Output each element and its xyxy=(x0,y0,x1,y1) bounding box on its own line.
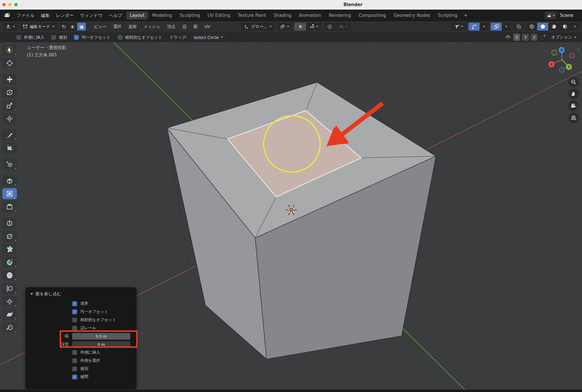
tool-knife-button[interactable] xyxy=(2,231,17,242)
gizmo-dropdown[interactable] xyxy=(480,23,489,31)
checkbox[interactable] xyxy=(72,326,77,331)
tab-animation[interactable]: Animation xyxy=(295,11,324,19)
setting-even-offset[interactable]: 均一オフセット xyxy=(74,35,111,40)
option-individual[interactable]: 個別 xyxy=(26,365,136,373)
tool-transform-button[interactable] xyxy=(2,113,17,124)
checkbox-checked[interactable] xyxy=(72,375,77,379)
menu-view[interactable]: ビュー xyxy=(91,23,110,31)
tool-annotate-button[interactable] xyxy=(2,129,17,140)
menu-uv[interactable]: UV xyxy=(201,23,214,31)
tab-layout[interactable]: Layout xyxy=(126,11,148,19)
menu-edit[interactable]: 編集 xyxy=(38,10,53,21)
close-window-button[interactable] xyxy=(2,3,6,6)
zoom-view-button[interactable] xyxy=(568,77,579,87)
snap-toggle-button[interactable] xyxy=(294,23,306,31)
tool-measure-button[interactable] xyxy=(2,142,17,154)
toggle-perspective-button[interactable] xyxy=(568,113,579,123)
tool-smooth-button[interactable] xyxy=(2,270,17,281)
pan-view-button[interactable] xyxy=(568,89,579,99)
tool-shear-button[interactable] xyxy=(2,309,17,320)
cube-mesh[interactable] xyxy=(167,82,436,359)
show-overlays-button[interactable] xyxy=(491,23,502,31)
solid-shading-button[interactable] xyxy=(537,23,548,31)
checkbox[interactable] xyxy=(16,35,21,40)
tab-shading[interactable]: Shading xyxy=(270,11,295,19)
tool-rip-region-button[interactable] xyxy=(2,322,17,333)
proportional-editing-button[interactable] xyxy=(324,23,336,31)
tool-inset-faces-button[interactable] xyxy=(2,188,17,199)
tool-move-button[interactable] xyxy=(2,74,17,85)
checkbox-checked[interactable] xyxy=(72,309,77,314)
toggle-xray-button[interactable] xyxy=(513,24,524,29)
option-interpolate[interactable]: 補間 xyxy=(26,373,136,381)
tool-cursor-button[interactable] xyxy=(2,58,17,69)
tool-spin-button[interactable] xyxy=(2,257,17,268)
tab-modeling[interactable]: Modeling xyxy=(149,11,175,19)
scene-selector[interactable]: Scene xyxy=(545,12,582,19)
menu-help[interactable]: ヘルプ xyxy=(106,10,125,21)
mirror-icon[interactable] xyxy=(505,34,511,40)
checkbox[interactable] xyxy=(72,318,77,322)
tab-uv-editing[interactable]: UV Editing xyxy=(204,11,234,19)
option-relative-offset[interactable]: 相対的なオフセット xyxy=(26,316,136,324)
pivot-point-dropdown[interactable] xyxy=(277,23,292,31)
material-preview-button[interactable] xyxy=(548,23,559,31)
tool-loop-cut-button[interactable] xyxy=(2,218,17,229)
snap-base-icon[interactable] xyxy=(540,34,546,41)
checkbox[interactable] xyxy=(72,358,77,363)
scene-name[interactable]: Scene xyxy=(556,12,582,19)
minimize-window-button[interactable] xyxy=(8,3,12,6)
tab-texture-paint[interactable]: Texture Paint xyxy=(235,11,270,19)
editor-type-dropdown[interactable] xyxy=(3,23,18,31)
checkbox[interactable] xyxy=(118,35,123,40)
checkbox[interactable] xyxy=(72,366,77,371)
tool-shrink-fatten-button[interactable] xyxy=(2,296,17,307)
snap-with-dropdown[interactable] xyxy=(306,23,321,31)
setting-relative-offset[interactable]: 相対的なオフセット xyxy=(118,35,162,40)
vertex-select-button[interactable] xyxy=(60,23,68,31)
axis-neg-x-handle[interactable] xyxy=(569,53,575,58)
add-workspace-button[interactable]: + xyxy=(462,11,470,19)
menu-file[interactable]: ファイル xyxy=(13,10,38,21)
wireframe-shading-button[interactable] xyxy=(526,23,537,31)
menu-vertex[interactable]: 頂点 xyxy=(164,23,179,31)
blender-logo-icon[interactable] xyxy=(3,12,10,19)
face-select-button[interactable] xyxy=(77,23,86,31)
drag-mode-dropdown[interactable]: Select Circle xyxy=(191,34,226,41)
options-dropdown[interactable]: オプション xyxy=(549,33,579,41)
option-boundary[interactable]: 境界 xyxy=(26,300,136,308)
option-select-outer[interactable]: 外側を選択 xyxy=(26,357,136,365)
tool-poly-build-button[interactable] xyxy=(2,244,17,255)
tool-rotate-button[interactable] xyxy=(2,87,17,98)
sidebar-toggle[interactable]: ‹ xyxy=(578,47,579,52)
zoom-window-button[interactable] xyxy=(14,3,18,6)
show-gizmo-button[interactable] xyxy=(469,23,480,31)
menu-edge[interactable]: 辺 xyxy=(179,23,190,31)
tab-scripting[interactable]: Scripting xyxy=(434,11,461,19)
tool-scale-button[interactable] xyxy=(2,100,17,111)
checkbox-checked[interactable] xyxy=(72,301,77,306)
operator-panel-header[interactable]: 面を差し込む xyxy=(26,288,136,300)
menu-face[interactable]: 面 xyxy=(190,23,201,31)
menu-render[interactable]: レンダー xyxy=(53,10,77,21)
tab-geometry-nodes[interactable]: Geometry Nodes xyxy=(390,11,434,19)
shading-dropdown[interactable] xyxy=(570,23,580,31)
option-even-offset[interactable]: 均一オフセット xyxy=(26,308,136,316)
tool-select-box-button[interactable] xyxy=(2,44,17,56)
setting-inset-outside[interactable]: 外側に挿入 xyxy=(16,35,44,40)
mirror-x-button[interactable]: X xyxy=(513,34,520,41)
mirror-z-button[interactable]: Z xyxy=(531,34,537,41)
mode-dropdown[interactable]: 編集モード xyxy=(20,23,57,31)
edge-select-button[interactable] xyxy=(68,23,77,31)
proportional-falloff-dropdown[interactable] xyxy=(336,23,351,31)
tool-bevel-button[interactable] xyxy=(2,201,17,212)
axis-neg-y-handle[interactable] xyxy=(552,50,557,55)
option-inset-outside[interactable]: 外側に挿入 xyxy=(26,348,136,357)
tool-add-cube-button[interactable] xyxy=(2,159,17,170)
show-object-types-dropdown[interactable] xyxy=(450,23,467,31)
camera-view-button[interactable] xyxy=(568,101,579,111)
menu-add[interactable]: 追加 xyxy=(125,23,140,31)
tab-rendering[interactable]: Rendering xyxy=(325,11,355,19)
checkbox[interactable] xyxy=(51,35,56,40)
menu-mesh[interactable]: メッシュ xyxy=(140,23,164,31)
